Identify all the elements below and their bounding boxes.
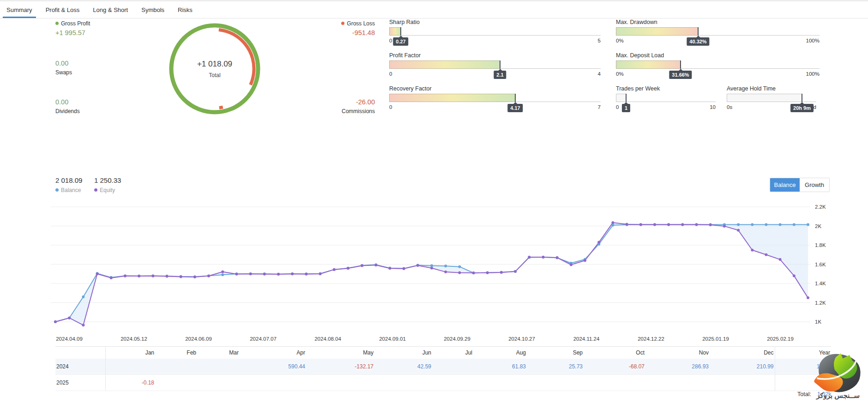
gross-profit-stat: Gross Profit +1 995.57 <box>55 20 90 36</box>
gauge-marker <box>802 94 802 102</box>
tab-summary[interactable]: Summary <box>3 1 36 18</box>
swaps-label: Swaps <box>55 69 72 76</box>
month-value-cell <box>710 375 775 391</box>
commissions-stat: -26.00 Commissions <box>306 99 375 115</box>
broker-logo-icon <box>812 351 864 393</box>
month-col-dec: Dec <box>710 347 775 359</box>
monthly-results-table: JanFebMarAprMayJunJulAugSepOctNovDecYear… <box>55 346 831 391</box>
gauge-max-deposit-load-value-tooltip: 31.66% <box>669 71 692 79</box>
gross-loss-dot-icon <box>341 22 344 25</box>
equity-point <box>263 273 266 276</box>
x-axis-tick-label: 2024.09.01 <box>379 336 406 342</box>
tab-symbols[interactable]: Symbols <box>138 1 168 18</box>
gross-profit-value: +1 995.57 <box>55 30 90 36</box>
gauge-max-deposit-load-label: Max. Deposit Load <box>616 52 820 59</box>
gauge-trades-per-week-bar <box>616 94 716 102</box>
equity-point <box>472 271 475 274</box>
gauge-fill <box>389 94 515 102</box>
equity-metric: 1 250.33 Equity <box>94 176 121 193</box>
y-axis-tick-label: 1K <box>815 319 821 325</box>
equity-point <box>193 276 196 278</box>
gauge-recovery-factor-label: Recovery Factor <box>389 85 601 92</box>
balance-point <box>793 223 796 226</box>
total-label: Total: <box>797 391 811 397</box>
equity-point <box>138 275 140 277</box>
gauge-max-drawdown-value-tooltip: 40.32% <box>687 37 709 46</box>
equity-point <box>570 264 573 266</box>
month-col-feb: Feb <box>155 347 197 359</box>
gauge-profit-factor-label: Profit Factor <box>389 52 601 59</box>
equity-point <box>151 275 154 277</box>
balance-point <box>751 223 753 226</box>
gross-loss-value: -951.48 <box>306 30 375 36</box>
tab-risks[interactable]: Risks <box>174 1 196 18</box>
month-value-cell <box>240 375 306 391</box>
equity-point <box>793 274 796 277</box>
y-axis-tick-label: 1.2K <box>815 300 826 306</box>
gauge-max-drawdown-bar <box>616 27 820 36</box>
x-axis-tick-label: 2024.05.12 <box>121 336 147 342</box>
equity-point <box>277 273 280 276</box>
equity-point <box>54 320 57 323</box>
y-axis-tick-label: 2.2K <box>815 204 826 210</box>
balance-point <box>444 265 447 267</box>
x-axis-tick-label: 2024.04.09 <box>56 336 83 342</box>
equity-point <box>207 275 210 277</box>
tab-long-short[interactable]: Long & Short <box>89 1 132 18</box>
gauge-marker <box>500 60 500 69</box>
profit-loss-donut: +1 018.09 Total <box>166 20 263 117</box>
balance-point <box>430 265 433 267</box>
gauge-min-label: 0s <box>727 104 732 110</box>
equity-point <box>82 324 84 326</box>
gauge-fill <box>389 60 500 69</box>
gauge-average-hold-time-bar <box>727 94 816 102</box>
gauge-profit-factor: Profit Factor042.1 <box>389 52 601 77</box>
gauge-fill <box>616 94 626 102</box>
equity-point <box>430 267 433 270</box>
month-value-cell: 61.83 <box>473 359 527 375</box>
gauge-min-label: 0 <box>389 71 392 77</box>
x-axis-tick-label: 2024.12.22 <box>638 336 664 342</box>
gauge-max-deposit-load-bar <box>616 60 820 69</box>
equity-point <box>737 229 740 232</box>
equity-point <box>751 249 753 252</box>
gauge-recovery-factor: Recovery Factor074.17 <box>389 85 601 110</box>
month-value-cell <box>432 375 473 391</box>
equity-point <box>180 276 182 278</box>
y-axis-tick-label: 1.8K <box>815 242 826 248</box>
month-value-cell: 25.73 <box>527 359 584 375</box>
donut-total-value: +1 018.09 <box>197 60 232 69</box>
month-value-cell: -132.17 <box>306 359 374 375</box>
equity-point <box>458 271 461 274</box>
gauge-max-label: 5 <box>598 38 601 43</box>
growth-toggle-button[interactable]: Growth <box>800 178 829 192</box>
month-col-jul: Jul <box>432 347 473 359</box>
equity-point <box>388 267 391 270</box>
balance-line <box>55 224 808 322</box>
month-value-cell: -0.18 <box>105 375 155 391</box>
balance-equity-fill <box>55 223 808 325</box>
gauge-max-label: 4 <box>598 71 601 77</box>
equity-point <box>528 256 530 259</box>
chart-canvas[interactable]: 2.2K2K1.8K1.6K1.4K1.2K1K2024.04.092024.0… <box>51 201 836 346</box>
gauge-max-label: 100% <box>806 38 820 43</box>
balance-equity-chart[interactable]: 2.2K2K1.8K1.6K1.4K1.2K1K2024.04.092024.0… <box>51 201 836 346</box>
gauge-min-label: 0% <box>616 71 624 77</box>
tab-profit-loss[interactable]: Profit & Loss <box>42 1 84 18</box>
month-col-apr: Apr <box>240 347 306 359</box>
equity-metric-label: Equity <box>100 187 115 193</box>
month-value-cell <box>155 375 197 391</box>
gauge-trades-per-week-label: Trades per Week <box>616 85 716 92</box>
balance-toggle-button[interactable]: Balance <box>770 178 800 192</box>
equity-dot-icon <box>94 188 97 192</box>
month-col-jan: Jan <box>105 347 155 359</box>
month-value-cell <box>155 359 197 375</box>
gauge-fill <box>616 60 681 69</box>
equity-point <box>305 273 307 276</box>
x-axis-tick-label: 2025.02.19 <box>767 336 794 342</box>
x-axis-tick-label: 2024.11.24 <box>573 336 600 342</box>
gross-profit-label: Gross Profit <box>61 20 90 27</box>
equity-point <box>235 273 238 276</box>
gauge-sharp-ratio: Sharp Ratio050.27 <box>389 19 601 43</box>
commissions-value: -26.00 <box>306 99 375 106</box>
